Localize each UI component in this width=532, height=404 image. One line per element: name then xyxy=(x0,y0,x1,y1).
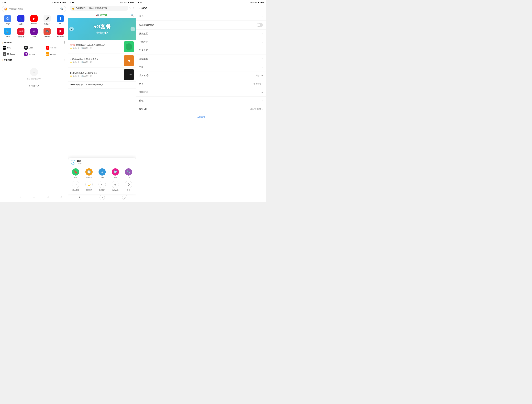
topsites-more-icon[interactable]: ⋮ xyxy=(63,41,66,44)
settings-title: 設定 xyxy=(142,6,147,10)
reload-icon[interactable]: ↻ xyxy=(129,7,131,10)
tabs-btn[interactable]: □ xyxy=(45,194,50,199)
topsite-youtube[interactable]: ▶ YouTube xyxy=(45,45,66,50)
shortcut-wiki[interactable]: W 維基百科 xyxy=(41,14,53,26)
lock-icon: 🔒 xyxy=(72,6,75,10)
status-icons-right: 1.05 KB/s ▲ 100% xyxy=(250,1,264,3)
menu-btn[interactable]: ☰ xyxy=(32,194,37,199)
drawer-add-bookmark[interactable]: ☆ 加入書籤 xyxy=(70,181,82,191)
topsite-goal[interactable]: ⚽ Goal xyxy=(24,45,44,50)
topsite-yimusic-label: Y!music xyxy=(29,53,35,55)
article-item[interactable]: 小影VivaVideo v9.15.5 解锁会员 📁 安卓软件 🕐 2024-0… xyxy=(68,54,136,68)
notification-label: 消息設置 xyxy=(139,49,148,52)
search-input[interactable] xyxy=(9,8,59,10)
topsite-bbc[interactable]: BBC BBC xyxy=(2,45,23,50)
restore-label: 恢復默認 xyxy=(197,116,205,119)
drawer-reload[interactable]: ↻ 重新載入 xyxy=(96,181,108,191)
status-icons-middle: 32.5 KB/s ▲ 100% xyxy=(120,1,134,3)
battery-middle: 100% xyxy=(130,1,134,3)
youtube-icon: ▶ xyxy=(30,15,38,22)
clear-history-dots-icon[interactable]: ••• xyxy=(260,91,263,94)
drawer-feedback[interactable]: ⊖ 訊息反饋 xyxy=(109,181,121,191)
article-title-3: OldRoll胶卷相机 v5.0 解锁会员 xyxy=(70,72,122,75)
restore-default-btn[interactable]: 恢復默認 xyxy=(136,113,266,122)
settings-item-download[interactable]: 下載設置 › xyxy=(136,38,266,46)
settings-back-icon[interactable]: ‹ xyxy=(139,6,140,10)
account-right: › xyxy=(262,100,263,102)
drawer-tools[interactable]: 🔧 工具 xyxy=(122,168,135,179)
add-bookmark-label: 加入書籤 xyxy=(72,189,79,191)
shortcut-baidu[interactable]: 🐾 百度 xyxy=(14,14,27,26)
article-item[interactable]: My Diary日记 v1.03.42.0423 解锁会员 xyxy=(68,82,136,89)
bbc-icon: BBC xyxy=(3,46,6,50)
settings-item-search[interactable]: 搜索設置 › xyxy=(136,55,266,63)
settings-item-language[interactable]: 語言 繁体中文 › xyxy=(136,80,266,88)
shortcut-sina[interactable]: 微博 新浪微博 xyxy=(14,27,27,39)
shortcut-yahoo[interactable]: Y! Yahoo xyxy=(28,27,40,39)
menu-hamburger-icon[interactable]: ☰ xyxy=(70,13,73,17)
drawer-download[interactable]: ⬇ 下載 xyxy=(96,168,108,179)
banner-prev-btn[interactable]: ‹ xyxy=(69,27,74,31)
search-bar[interactable]: G 🔍 xyxy=(2,6,66,12)
banner-next-btn[interactable]: › xyxy=(131,27,135,31)
article-item[interactable]: OldRoll胶卷相机 v5.0 解锁会员 📁 安卓软件 🕐 2024-04-2… xyxy=(68,68,136,82)
article-item[interactable]: [置顶] 醒图国际版Hypic v3.6.0 解锁会员 📁 安卓软件 🕐 202… xyxy=(68,40,136,54)
star-icon[interactable]: ☆ xyxy=(132,7,134,10)
settings-item-clear-history[interactable]: 清除記錄 ••• xyxy=(136,88,266,96)
topsite-youtube-label: YouTube xyxy=(51,47,57,49)
feedback-label: 訊息反饋 xyxy=(112,189,119,191)
url-input-wrap[interactable]: 🔒 RJSHE软件社 - 精品软件资源免费下载 xyxy=(70,6,128,11)
shortcut-twitter[interactable]: 🐦 Twitter xyxy=(1,27,14,39)
cloud-speed-dots-icon[interactable]: ••• xyxy=(260,74,263,77)
manage-cards-btn[interactable]: ⊙ 管理卡片 xyxy=(2,83,66,89)
shortcut-youtube[interactable]: ▶ Youtube xyxy=(28,14,40,26)
night-mode-label: 夜間模式 xyxy=(86,189,92,191)
settings-item-theme[interactable]: 主題 › xyxy=(136,63,266,71)
banner-content: 5G套餐 免费领取 xyxy=(93,23,111,35)
recent-more-icon[interactable]: ⋮ xyxy=(63,59,66,62)
kb-value: 0 KB xyxy=(77,160,82,162)
about-label: 關於UC xyxy=(139,108,147,110)
home-icon: ⌂ xyxy=(60,195,62,198)
topsite-myspace[interactable]: ⊞ My Space xyxy=(2,51,23,57)
settings-item-browse[interactable]: 瀏覽設置 › xyxy=(136,30,266,38)
article-thumb-3: Old Roll xyxy=(124,69,134,80)
settings-item-default-browser[interactable]: 設為默認瀏覽器 xyxy=(136,20,266,30)
category-icon-2: 📁 安卓软件 xyxy=(70,61,79,63)
site-search-icon[interactable]: 🔍 xyxy=(131,13,134,17)
settings-item-account[interactable]: 賬號 › xyxy=(136,96,266,105)
heart-icon: ♡ xyxy=(30,68,38,76)
topsite-yimusic[interactable]: Y! Y!music xyxy=(24,51,44,57)
settings-item-cloud-speed[interactable]: 雲加速 ⓘ 開啟 ••• xyxy=(136,71,266,80)
power-btn[interactable]: ⏻ xyxy=(122,195,127,200)
back-btn[interactable]: ‹ xyxy=(4,194,9,199)
settings-icon-btn[interactable]: ⚙ xyxy=(77,195,82,200)
drawer-night-mode[interactable]: 🌙 夜間模式 xyxy=(82,181,95,191)
settings-list: 插件 › 設為默認瀏覽器 瀏覽設置 › 下載設置 › 消息設置 xyxy=(136,12,266,202)
add-bookmark-icon: ☆ xyxy=(72,181,79,188)
shortcut-pinterest[interactable]: P Pinterest xyxy=(54,27,67,39)
chevron-down-btn[interactable]: ∨ xyxy=(100,195,105,200)
settings-header: ‹ 設定 xyxy=(136,5,266,12)
topsite-amazon[interactable]: Am Amazon xyxy=(45,51,66,57)
search-icon[interactable]: 🔍 xyxy=(60,7,63,11)
home-btn[interactable]: ⌂ xyxy=(59,194,64,199)
reload-label: 重新載入 xyxy=(99,189,105,191)
fb-icon: f xyxy=(57,15,64,22)
drawer-theme[interactable]: 👕 主題 xyxy=(109,168,121,179)
article-title-2: 小影VivaVideo v9.15.5 解锁会员 xyxy=(70,58,122,61)
url-bar: 🔒 RJSHE软件社 - 精品软件资源免费下载 ↻ ☆ xyxy=(68,5,136,12)
settings-item-plugins[interactable]: 插件 › xyxy=(136,12,266,20)
search-chevron-icon: › xyxy=(262,58,263,60)
default-browser-toggle[interactable] xyxy=(257,23,263,27)
shortcut-fb[interactable]: f FB xyxy=(54,14,67,26)
drawer-share[interactable]: ⬡ 分享 xyxy=(122,181,135,191)
settings-item-notification[interactable]: 消息設置 › xyxy=(136,46,266,55)
drawer-history[interactable]: 🕐 歷程記錄 xyxy=(82,168,95,179)
notification-chevron-icon: › xyxy=(262,49,263,51)
drawer-bookmarks[interactable]: 🔖 書籤 xyxy=(70,168,82,179)
forward-btn[interactable]: › xyxy=(18,194,23,199)
settings-item-about[interactable]: 關於UC V13.7.0.1319 › xyxy=(136,105,266,113)
shortcut-games[interactable]: 🎮 Games xyxy=(41,27,53,39)
shortcut-google[interactable]: G Google xyxy=(1,14,14,26)
